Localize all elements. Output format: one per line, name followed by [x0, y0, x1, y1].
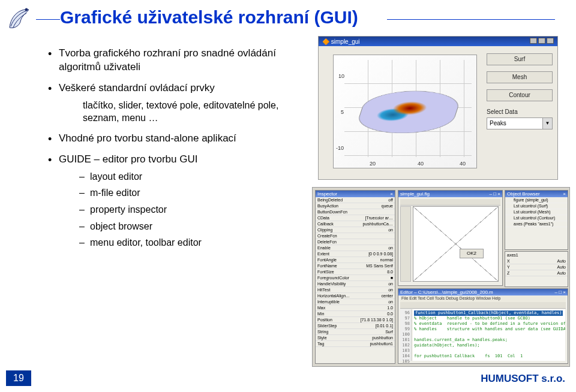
- editor-toolbar[interactable]: [400, 302, 566, 309]
- axes-3d-plot: 10 5 -10 20 40 40: [333, 55, 477, 168]
- slide-title: Grafické uživatelské rozhraní (GUI): [60, 7, 358, 28]
- contour-button[interactable]: Contour: [487, 89, 553, 101]
- propinspect-row[interactable]: FontSize8.0: [316, 269, 395, 275]
- window-controls[interactable]: [529, 38, 554, 45]
- company-name: HUMUSOFT s.r.o.: [481, 373, 565, 385]
- bullet-2: Veškeré standardní ovládací prvky tlačít…: [50, 82, 299, 125]
- propinspect-row[interactable]: CallbackpushbuttonCa…: [316, 221, 395, 227]
- editor-title: Editor – C:\Users\...\simple_gui2008_200…: [400, 290, 493, 295]
- bullet-4-sub5: menu editor, toolbar editor: [80, 236, 299, 249]
- svg-point-0: [25, 8, 28, 11]
- propinspect-row[interactable]: SliderStep[0.01 0.1]: [316, 323, 395, 329]
- layout-palette[interactable]: [400, 206, 411, 282]
- control-panel: Surf Mesh Contour Select Data Peaks ▼: [487, 53, 553, 129]
- propinspect-row[interactable]: HitTeston: [316, 287, 395, 293]
- editor-code[interactable]: function pushbutton1_Callback(hObject, e…: [413, 309, 565, 361]
- propinspect-row[interactable]: BeingDeletedoff: [316, 197, 395, 203]
- propinspect-row[interactable]: Stylepushbutton: [316, 335, 395, 341]
- propinspect-row[interactable]: Enableon: [316, 245, 395, 251]
- simple-gui-window: 🔶 simple_gui 10 5 -10 20 40 40 Surf Mesh…: [318, 36, 558, 180]
- mesh-button[interactable]: Mesh: [487, 71, 553, 83]
- propinspect-row[interactable]: StringSurf: [316, 329, 395, 335]
- propinspect-row[interactable]: Extent[0 0 0.9 0.08]: [316, 251, 395, 257]
- propinspect-row[interactable]: CData[Truecolor ar…: [316, 215, 395, 221]
- objbrowser-item[interactable]: Lst uicontrol (Surf): [505, 203, 568, 209]
- propinspect-row[interactable]: Max1.0: [316, 305, 395, 311]
- bullet-3: Vhodné pro tvorbu stand-alone aplikací: [50, 132, 299, 146]
- propinspect-row[interactable]: DeleteFcn: [316, 239, 395, 245]
- surf-button[interactable]: Surf: [487, 53, 553, 65]
- title-rule-right: [387, 19, 555, 20]
- bullet-4-sub4: object browser: [80, 220, 299, 233]
- window-titlebar: 🔶 simple_gui: [319, 37, 557, 46]
- bullet-4: GUIDE – editor pro tvorbu GUI layout edi…: [50, 153, 299, 249]
- propinspect-row[interactable]: FontAnglenormal: [316, 257, 395, 263]
- select-data-label: Select Data: [487, 108, 553, 115]
- objbrowser-item[interactable]: Lst uicontrol (Mesh): [505, 209, 568, 215]
- mfile-editor-window: Editor – C:\Users\...\simple_gui2008_200…: [398, 288, 568, 364]
- propinspect-row[interactable]: Tagpushbutton1: [316, 341, 395, 347]
- propinspect-row[interactable]: FontNameMS Sans Serif: [316, 263, 395, 269]
- axes-panel-row[interactable]: YAuto: [505, 264, 568, 270]
- axes-panel-row[interactable]: ZAuto: [505, 270, 568, 276]
- editor-gutter: 96 97 98 99 100 101 102 103 104 105: [400, 309, 412, 361]
- object-browser-window: Object Browser× figure (simple_gui) Lst …: [505, 190, 568, 250]
- propinspect-row[interactable]: HorizontalAlign…center: [316, 293, 395, 299]
- guide-cluster: Inspector× BeingDeletedoffBusyActionqueu…: [312, 187, 570, 367]
- propinspect-title: Inspector: [317, 191, 337, 197]
- bullet-2-sub: tlačítko, slider, textové pole, editovat…: [83, 99, 299, 125]
- propinspect-row[interactable]: Position[71.8 13.38 0 1.0]: [316, 317, 395, 323]
- dropdown-arrow-icon: ▼: [542, 118, 552, 129]
- propinspect-row[interactable]: Interruptibleon: [316, 299, 395, 305]
- propinspect-row[interactable]: ButtonDownFcn: [316, 209, 395, 215]
- objbrowser-item[interactable]: figure (simple_gui): [505, 197, 568, 203]
- propinspect-row[interactable]: ForegroundColor■: [316, 275, 395, 281]
- propinspect-row[interactable]: Clippingon: [316, 227, 395, 233]
- bullet-content: Tvorba grafického rozhraní pro snadné ov…: [41, 47, 299, 257]
- bullet-4-sub2: m-file editor: [80, 186, 299, 200]
- propinspect-row[interactable]: HandleVisibilityon: [316, 281, 395, 287]
- objbrowser-title: Object Browser: [507, 191, 540, 197]
- propinspect-row[interactable]: BusyActionqueue: [316, 203, 395, 209]
- propinspect-row[interactable]: CreateFcn: [316, 233, 395, 239]
- propinspect-rows: BeingDeletedoffBusyActionqueueButtonDown…: [316, 197, 395, 347]
- bullet-4-sub1: layout editor: [80, 170, 299, 183]
- bullet-4-sub3: property inspector: [80, 203, 299, 216]
- property-inspector-window: Inspector× BeingDeletedoffBusyActionqueu…: [315, 190, 395, 364]
- axes-panel-window: axes1 XAutoYAutoZAuto: [505, 251, 568, 287]
- objbrowser-item[interactable]: axes (Peaks "axes1"): [505, 221, 568, 227]
- propinspect-row[interactable]: Min0.0: [316, 311, 395, 317]
- layout-canvas[interactable]: OK2: [413, 206, 499, 282]
- objbrowser-tree[interactable]: figure (simple_gui) Lst uicontrol (Surf)…: [505, 197, 568, 227]
- title-rule-left: [36, 19, 60, 20]
- axes-panel-rows: XAutoYAutoZAuto: [505, 258, 568, 276]
- layout-ok-button[interactable]: OK2: [460, 249, 484, 258]
- axes-panel-title: axes1: [505, 252, 568, 258]
- window-title-text: simple_gui: [331, 38, 360, 45]
- company-logo: [5, 4, 32, 31]
- layout-editor-window: simple_gui.fig– □ × OK2: [398, 190, 503, 286]
- bullet-1: Tvorba grafického rozhraní pro snadné ov…: [50, 47, 299, 74]
- axes-panel-row[interactable]: XAuto: [505, 258, 568, 264]
- layout-title: simple_gui.fig: [400, 191, 430, 197]
- layout-toolbar[interactable]: [400, 199, 500, 206]
- objbrowser-item[interactable]: Lst uicontrol (Contour): [505, 215, 568, 221]
- page-number: 19: [6, 370, 31, 386]
- data-select[interactable]: Peaks ▼: [487, 117, 553, 129]
- editor-menubar[interactable]: File Edit Text Cell Tools Debug Desktop …: [400, 296, 566, 302]
